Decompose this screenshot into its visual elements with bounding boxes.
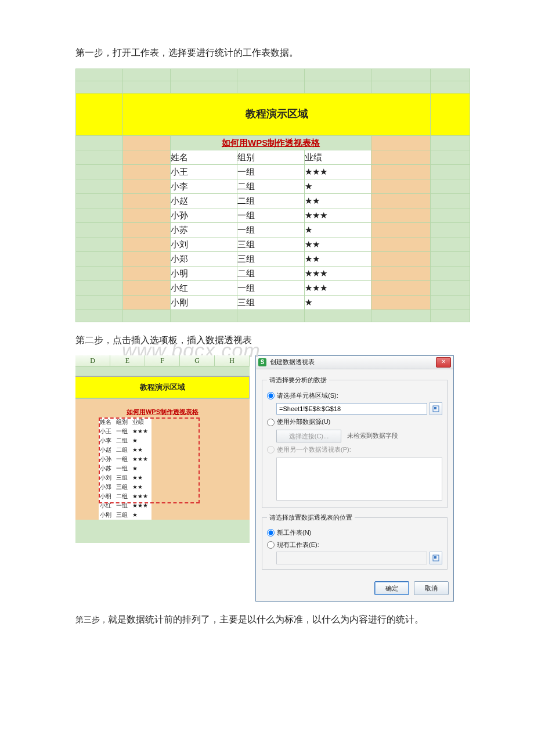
range-picker-icon[interactable] [430, 552, 442, 564]
other-pivot-list [276, 458, 442, 501]
mini-title: 教程演示区域 [75, 376, 250, 398]
table-cell: ★ [304, 179, 371, 193]
dialog-title: 创建数据透视表 [270, 357, 436, 368]
col-header-name: 姓名 [170, 150, 237, 164]
table-cell: ★★ [304, 251, 371, 266]
option-label: 使用外部数据源(U) [277, 417, 330, 427]
col-letter[interactable]: G [180, 355, 215, 366]
table-cell: 小赵 [170, 193, 237, 208]
sheet-subtitle: 如何用WPS制作透视表格 [170, 135, 371, 150]
create-pivot-dialog: S 创建数据透视表 ✕ 请选择要分析的数据 请选择单元格区域(S): [255, 355, 454, 602]
table-cell: ★★★ [304, 280, 371, 295]
radio-external[interactable] [267, 419, 275, 426]
ok-button[interactable]: 确定 [374, 581, 409, 595]
option-external[interactable]: 使用外部数据源(U) [267, 417, 442, 427]
step3-text: 第三步，就是数据统计前的排列了，主要是以什么为标准，以什么为内容进行的统计。 [75, 612, 459, 627]
table-cell: 三组 [237, 251, 304, 266]
option-label: 使用另一个数据透视表(P): [277, 445, 351, 455]
table-cell: 小刘 [170, 237, 237, 251]
col-header-group: 组别 [237, 150, 304, 164]
col-letter[interactable]: D [75, 355, 110, 366]
option-existing-sheet[interactable]: 现有工作表(E): [267, 540, 442, 550]
table-cell: 小郑 [170, 251, 237, 266]
table-cell: 小刚 [170, 295, 237, 309]
figure-1-spreadsheet: 教程演示区域 如何用WPS制作透视表格 姓名 组别 业绩 小王一组★★★ 小李二… [75, 69, 470, 322]
table-cell: 三组 [237, 237, 304, 251]
step2-text: 第二步，点击插入选项板，插入数据透视表 [75, 333, 459, 348]
existing-range-input[interactable] [276, 552, 427, 564]
range-input[interactable] [276, 403, 427, 415]
location-group: 请选择放置数据透视表的位置 新工作表(N) 现有工作表(E): [262, 513, 448, 570]
table-cell: 一组 [237, 280, 304, 295]
data-source-group: 请选择要分析的数据 请选择单元格区域(S): 使用外部数据源(U) 选择连接( [262, 375, 448, 507]
table-cell: 二组 [237, 179, 304, 193]
table-cell: 小红 [170, 280, 237, 295]
dialog-titlebar[interactable]: S 创建数据透视表 ✕ [256, 356, 453, 369]
column-headers: D E F G H [75, 355, 250, 366]
range-picker-icon[interactable] [430, 402, 442, 415]
table-cell: ★★ [304, 237, 371, 251]
table-cell: 小苏 [170, 222, 237, 237]
table-cell: 小王 [170, 164, 237, 179]
group-label: 请选择放置数据透视表的位置 [267, 513, 355, 523]
col-letter[interactable]: E [110, 355, 145, 366]
svg-rect-1 [434, 407, 436, 409]
mini-spreadsheet: D E F G H 教程演示区域 如何用WPS制作透视表格 姓名组别业绩 小王一… [75, 355, 250, 543]
choose-connection-button[interactable]: 选择连接(C)... [276, 430, 341, 442]
table-cell: 小明 [170, 266, 237, 280]
svg-rect-3 [434, 556, 436, 559]
step1-text: 第一步，打开工作表，选择要进行统计的工作表数据。 [75, 45, 459, 60]
option-label: 请选择单元格区域(S): [277, 391, 338, 401]
table-cell: 小李 [170, 179, 237, 193]
radio-cell-range[interactable] [267, 392, 275, 399]
option-new-sheet[interactable]: 新工作表(N) [267, 528, 442, 538]
col-header-perf: 业绩 [304, 150, 371, 164]
close-icon[interactable]: ✕ [436, 357, 451, 368]
option-label: 新工作表(N) [277, 528, 311, 538]
table-cell: ★ [304, 295, 371, 309]
table-cell: 三组 [237, 295, 304, 309]
table-cell: ★★ [304, 193, 371, 208]
table-cell: 一组 [237, 164, 304, 179]
cancel-button[interactable]: 取消 [414, 581, 449, 595]
col-letter[interactable]: F [145, 355, 180, 366]
table-cell: ★★★ [304, 208, 371, 222]
table-cell: ★ [304, 222, 371, 237]
sheet-title: 教程演示区域 [123, 93, 431, 135]
mini-data-table: 姓名组别业绩 小王一组★★★ 小李二组★ 小赵二组★★ 小孙一组★★★ 小苏一组… [99, 417, 151, 520]
table-cell: ★★★ [304, 164, 371, 179]
group-label: 请选择要分析的数据 [267, 375, 329, 386]
no-field-note: 未检索到数据字段 [347, 431, 398, 441]
figure-2: www.bgcx.com D E F G H 教程演示区域 如何用WPS制作透视… [75, 355, 470, 602]
table-cell: 一组 [237, 222, 304, 237]
radio-other-pivot[interactable] [267, 446, 275, 453]
table-cell: 二组 [237, 193, 304, 208]
option-other-pivot[interactable]: 使用另一个数据透视表(P): [267, 445, 442, 455]
mini-subtitle: 如何用WPS制作透视表格 [75, 407, 250, 417]
radio-existing-sheet[interactable] [267, 541, 275, 549]
table-cell: ★★★ [304, 266, 371, 280]
app-icon: S [258, 358, 266, 366]
option-label: 现有工作表(E): [277, 540, 319, 550]
option-cell-range[interactable]: 请选择单元格区域(S): [267, 391, 442, 401]
table-cell: 一组 [237, 208, 304, 222]
table-cell: 小孙 [170, 208, 237, 222]
radio-new-sheet[interactable] [267, 529, 275, 537]
table-cell: 二组 [237, 266, 304, 280]
col-letter[interactable]: H [215, 355, 250, 366]
